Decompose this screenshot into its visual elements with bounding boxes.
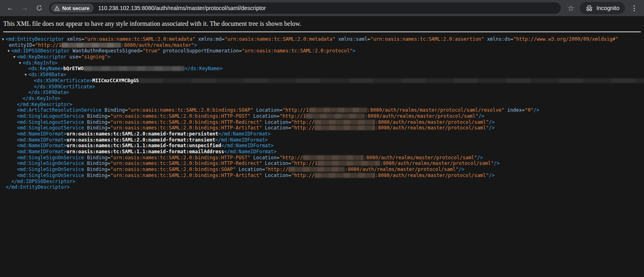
xml-line: <md:SingleSignOnService Binding="urn:oas… <box>0 155 644 161</box>
xml-line: <md:SingleSignOnService Binding="urn:oas… <box>0 167 644 173</box>
xml-viewer-page: This XML file does not appear to have an… <box>0 16 644 277</box>
xml-line: <md:NameIDFormat>urn:oasis:names:tc:SAML… <box>0 149 644 155</box>
xml-line: <md:ArtifactResolutionService Binding="u… <box>0 107 644 113</box>
xml-line: </ds:X509Certificate> <box>0 84 644 90</box>
redacted-text <box>61 43 121 48</box>
xml-line: entityID="http://1:8080/auth/realms/mast… <box>0 42 644 48</box>
redacted-text <box>317 161 380 166</box>
xml-line: <md:SingleLogoutService Binding="urn:oas… <box>0 119 644 125</box>
xml-notice-text: This XML file does not appear to have an… <box>3 19 641 28</box>
xml-line: <md:NameIDFormat>urn:oasis:names:tc:SAML… <box>0 143 644 149</box>
menu-button[interactable]: ⋮ <box>628 4 640 12</box>
incognito-badge: Incognito <box>580 2 625 14</box>
browser-toolbar: ← → Not secure 110.238.102.135:8080/auth… <box>0 0 644 16</box>
url-text: 110.238.102.135:8080/auth/realms/master/… <box>98 5 266 11</box>
security-chip-label: Not secure <box>62 5 89 11</box>
reload-icon <box>36 5 42 11</box>
warning-icon <box>54 6 60 11</box>
xml-line: </md:EntityDescriptor> <box>0 184 644 190</box>
security-chip[interactable]: Not secure <box>51 4 94 12</box>
forward-button[interactable]: → <box>19 2 31 14</box>
xml-line: ▼<md:KeyDescriptor use="signing"> <box>0 54 644 60</box>
redacted-text <box>288 167 345 172</box>
xml-line: <ds:X509Certificate>MIICmzCCAYMCBgGS <box>0 78 644 84</box>
xml-line: ▼<ds:X509Data> <box>0 72 644 78</box>
xml-line: <md:SingleLogoutService Binding="urn:oas… <box>0 125 644 131</box>
expand-toggle-icon[interactable]: ▼ <box>25 72 28 78</box>
xml-line: <ds:KeyName>bQrETWO</ds:KeyName> <box>0 66 644 72</box>
xml-line: ▼<ds:KeyInfo> <box>0 60 644 66</box>
redacted-text <box>139 78 644 83</box>
xml-notice-header: This XML file does not appear to have an… <box>0 16 644 32</box>
expand-toggle-icon[interactable]: ▼ <box>19 60 23 67</box>
xml-line: ▼<md:IDPSSODescriptor WantAuthnRequestsS… <box>0 48 644 54</box>
reload-button[interactable] <box>33 2 45 14</box>
xml-line: <md:SingleSignOnService Binding="urn:oas… <box>0 160 644 167</box>
redacted-text <box>306 114 365 119</box>
expand-toggle-icon[interactable]: ▼ <box>8 48 11 54</box>
xml-line: <md:NameIDFormat>urn:oasis:names:tc:SAML… <box>0 131 644 137</box>
redacted-text <box>84 66 185 71</box>
redacted-text <box>315 125 375 130</box>
address-bar[interactable]: Not secure 110.238.102.135:8080/auth/rea… <box>49 2 561 14</box>
incognito-label: Incognito <box>596 5 619 11</box>
back-button[interactable]: ← <box>4 2 16 14</box>
xml-tree: ▼<md:EntityDescriptor xmlns="urn:oasis:n… <box>0 32 644 190</box>
redacted-text <box>303 155 363 160</box>
expand-toggle-icon[interactable]: ▼ <box>2 37 6 43</box>
redacted-text <box>315 120 375 125</box>
xml-line: <md:SingleLogoutService Binding="urn:oas… <box>0 113 644 119</box>
redacted-text <box>315 173 375 178</box>
incognito-icon <box>585 5 593 12</box>
expand-toggle-icon[interactable]: ▼ <box>13 54 17 60</box>
xml-line: <md:SingleSignOnService Binding="urn:oas… <box>0 173 644 179</box>
bookmark-star-icon[interactable]: ☆ <box>567 4 574 12</box>
xml-line: <md:NameIDFormat>urn:oasis:names:tc:SAML… <box>0 137 644 143</box>
xml-line: </md:IDPSSODescriptor> <box>0 179 644 185</box>
xml-line: </ds:KeyInfo> <box>0 96 644 102</box>
xml-line: </md:KeyDescriptor> <box>0 102 644 108</box>
xml-line: ▼<md:EntityDescriptor xmlns="urn:oasis:n… <box>0 36 644 42</box>
redacted-text <box>309 108 367 112</box>
xml-line: </ds:X509Data> <box>0 90 644 96</box>
